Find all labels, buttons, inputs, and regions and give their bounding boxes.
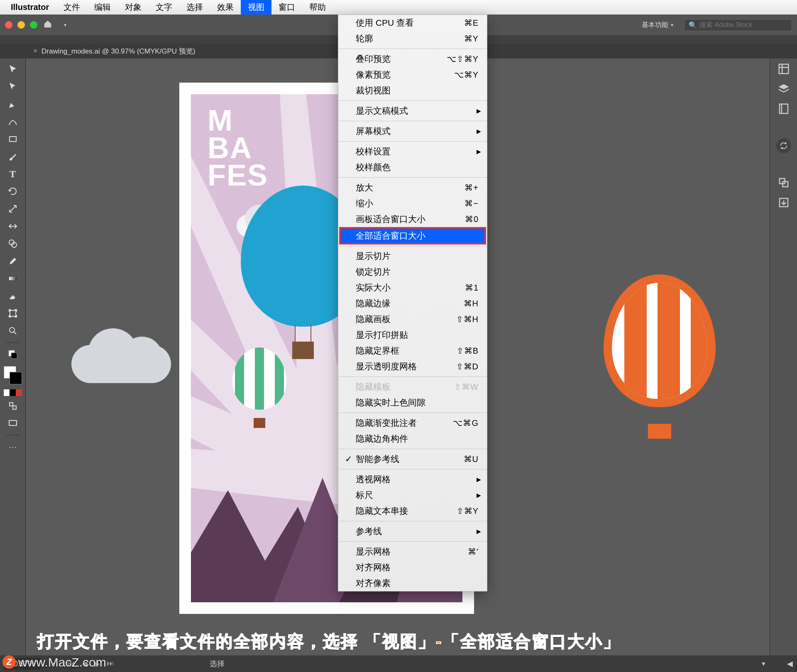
menu-item[interactable]: 隐藏渐变批注者⌥⌘G: [338, 415, 487, 431]
menu-item[interactable]: 放大⌘+: [338, 180, 487, 195]
menu-item[interactable]: 参考线: [338, 523, 487, 539]
menu-item[interactable]: 校样颜色: [338, 159, 487, 175]
menu-type[interactable]: 文字: [149, 0, 179, 15]
menu-item[interactable]: 隐藏画板⇧⌘H: [338, 311, 487, 327]
artboard-tool-icon[interactable]: [5, 306, 21, 321]
menu-item[interactable]: 对齐像素: [338, 575, 487, 591]
menu-item[interactable]: 使用 CPU 查看⌘E: [338, 15, 487, 31]
layers-panel-icon[interactable]: [777, 83, 790, 95]
menu-item[interactable]: 显示文稿模式: [338, 103, 487, 119]
menu-item[interactable]: 智能参考线⌘U: [338, 451, 487, 467]
menu-effect[interactable]: 效果: [210, 0, 241, 15]
brush-tool-icon[interactable]: [5, 149, 21, 164]
close-window-icon[interactable]: [5, 21, 12, 29]
search-stock[interactable]: 🔍: [684, 19, 792, 31]
scale-tool-icon[interactable]: [5, 201, 21, 216]
menu-item[interactable]: 屏幕模式: [338, 123, 487, 139]
poster-title: M BA FES: [208, 107, 268, 189]
menu-separator: [338, 376, 487, 377]
menu-item[interactable]: 隐藏边角构件: [338, 431, 487, 447]
svg-rect-15: [779, 64, 788, 74]
zoom-window-icon[interactable]: [30, 21, 37, 29]
last-artboard-icon[interactable]: ⏭: [107, 659, 114, 668]
menu-item[interactable]: 透视网格: [338, 472, 487, 487]
menu-window[interactable]: 窗口: [271, 0, 302, 15]
menu-file[interactable]: 文件: [56, 0, 87, 15]
workspace-label: 基本功能: [642, 21, 668, 29]
edit-toolbar-icon[interactable]: ⋯: [5, 440, 21, 455]
menu-item[interactable]: 缩小⌘−: [338, 195, 487, 211]
menu-item[interactable]: 显示透明度网格⇧⌘D: [338, 359, 487, 374]
gradient-tool-icon[interactable]: [5, 271, 21, 286]
menu-item[interactable]: 隐藏实时上色间隙: [338, 395, 487, 411]
menu-item[interactable]: 显示切片: [338, 248, 487, 264]
scroll-left-icon[interactable]: ◀: [787, 659, 793, 668]
rectangle-tool-icon[interactable]: [5, 132, 21, 147]
menu-item[interactable]: 隐藏文本串接⇧⌘Y: [338, 503, 487, 519]
menu-separator: [338, 413, 487, 413]
menu-item-label: 显示网格: [356, 546, 391, 557]
eyedropper-tool-icon[interactable]: [5, 254, 21, 269]
menu-item[interactable]: 显示打印拼贴: [338, 327, 487, 343]
home-icon[interactable]: [43, 20, 52, 30]
cc-sync-icon[interactable]: [776, 138, 791, 153]
color-mode-strip[interactable]: [4, 389, 22, 396]
menu-item-shortcut: ⌘E: [464, 18, 479, 28]
menu-item-label: 缩小: [356, 198, 373, 209]
menu-item-shortcut: ⌘+: [465, 183, 479, 193]
menu-item[interactable]: 标尺: [338, 487, 487, 503]
workspace-dropdown[interactable]: 基本功能 ▾: [637, 19, 678, 31]
minimize-window-icon[interactable]: [17, 21, 25, 29]
menu-item[interactable]: 隐藏定界框⇧⌘B: [338, 343, 487, 359]
menu-item[interactable]: 锁定切片: [338, 264, 487, 280]
search-input[interactable]: [699, 21, 787, 29]
menu-help[interactable]: 帮助: [302, 0, 333, 15]
menu-item-label: 放大: [356, 182, 373, 193]
properties-panel-icon[interactable]: [777, 63, 790, 75]
menu-item-label: 隐藏画板: [356, 313, 391, 325]
menu-item[interactable]: 隐藏边缘⌘H: [338, 296, 487, 311]
menu-item[interactable]: 全部适合窗口大小: [340, 228, 485, 244]
type-tool-icon[interactable]: T: [5, 166, 21, 181]
document-tab-title[interactable]: Drawing_modes.ai @ 30.97% (CMYK/GPU 预览): [42, 46, 196, 56]
zoom-tool-icon[interactable]: [5, 323, 21, 338]
menu-separator: [338, 449, 487, 449]
menu-select[interactable]: 选择: [179, 0, 210, 15]
app-name[interactable]: Illustrator: [11, 2, 49, 12]
artboards-panel-icon[interactable]: [777, 176, 790, 189]
chevron-down-icon[interactable]: ▾: [64, 22, 66, 28]
curvature-tool-icon[interactable]: [5, 114, 21, 129]
menu-edit[interactable]: 编辑: [87, 0, 118, 15]
direct-selection-tool-icon[interactable]: [5, 79, 21, 94]
status-dropdown-icon[interactable]: ▼: [760, 660, 766, 667]
pen-tool-icon[interactable]: [5, 97, 21, 112]
draw-mode-icon[interactable]: [5, 398, 21, 413]
menu-item[interactable]: 叠印预览⌥⇧⌘Y: [338, 51, 487, 67]
menu-item-label: 校样设置: [356, 146, 391, 157]
shape-builder-tool-icon[interactable]: [5, 236, 21, 251]
menu-item[interactable]: 裁切视图: [338, 83, 487, 98]
menu-item[interactable]: 实际大小⌘1: [338, 280, 487, 296]
menu-object[interactable]: 对象: [118, 0, 149, 15]
menu-item[interactable]: 轮廓⌘Y: [338, 31, 487, 46]
screen-mode-icon[interactable]: [5, 416, 21, 431]
eraser-tool-icon[interactable]: [5, 288, 21, 303]
libraries-panel-icon[interactable]: [777, 103, 790, 115]
menu-item[interactable]: 画板适合窗口大小⌘0: [338, 211, 487, 227]
menu-item-label: 轮廓: [356, 33, 373, 44]
tutorial-caption: 打开文件，要查看文件的全部内容，选择 「视图」-「全部适合窗口大小」: [37, 630, 780, 653]
menu-item-label: 显示文稿模式: [356, 105, 408, 117]
fill-stroke-toggle-icon[interactable]: [5, 347, 21, 362]
menu-item[interactable]: 校样设置: [338, 144, 487, 159]
rotate-tool-icon[interactable]: [5, 184, 21, 199]
asset-export-panel-icon[interactable]: [777, 196, 790, 209]
balloon-green-artwork: [232, 347, 286, 428]
width-tool-icon[interactable]: [5, 219, 21, 234]
menu-item[interactable]: 对齐网格: [338, 560, 487, 575]
menu-item[interactable]: 像素预览⌥⌘Y: [338, 67, 487, 83]
selection-tool-icon[interactable]: [5, 62, 21, 77]
close-tab-icon[interactable]: ×: [33, 47, 37, 55]
fill-stroke-swatch[interactable]: [4, 366, 22, 384]
menu-view[interactable]: 视图: [241, 0, 271, 15]
menu-item[interactable]: 显示网格⌘': [338, 544, 487, 560]
